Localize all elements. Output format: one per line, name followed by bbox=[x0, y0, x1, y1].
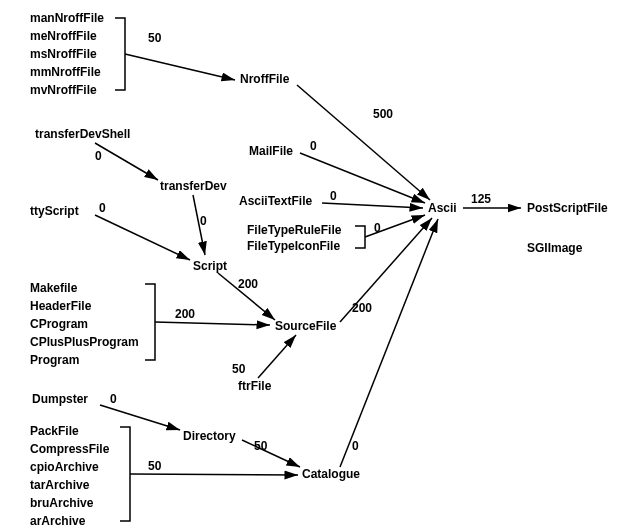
node-transferDevShell: transferDevShell bbox=[35, 127, 130, 141]
node-CProgram: CProgram bbox=[30, 317, 88, 331]
weight-ftrFile-SourceFile: 50 bbox=[232, 362, 246, 376]
node-CPlusPlusProgram: CPlusPlusProgram bbox=[30, 335, 139, 349]
edge-archiveGroup-Catalogue bbox=[130, 474, 298, 475]
node-manNroffFile: manNroffFile bbox=[30, 11, 104, 25]
edge-nroffGroup-NroffFile bbox=[125, 54, 235, 80]
weight-MailFile-Ascii: 0 bbox=[310, 139, 317, 153]
bracket-nroff bbox=[115, 18, 125, 90]
edge-NroffFile-Ascii bbox=[297, 85, 430, 200]
weight-Catalogue-Ascii: 0 bbox=[352, 439, 359, 453]
node-SourceFile: SourceFile bbox=[275, 319, 337, 333]
edge-transferDevShell-transferDev bbox=[95, 143, 158, 180]
weight-transferDev-Script: 0 bbox=[200, 214, 207, 228]
edge-ttyScript-Script bbox=[95, 215, 190, 260]
node-FileTypeIconFile: FileTypeIconFile bbox=[247, 239, 340, 253]
node-Makefile: Makefile bbox=[30, 281, 78, 295]
node-cpioArchive: cpioArchive bbox=[30, 460, 99, 474]
node-CompressFile: CompressFile bbox=[30, 442, 110, 456]
weight-NroffFile-Ascii: 500 bbox=[373, 107, 393, 121]
edge-Directory-Catalogue bbox=[242, 440, 300, 467]
bracket-archive bbox=[120, 427, 130, 521]
node-transferDev: transferDev bbox=[160, 179, 227, 193]
edge-Dumpster-Directory bbox=[100, 405, 180, 430]
node-mvNroffFile: mvNroffFile bbox=[30, 83, 97, 97]
node-ttyScript: ttyScript bbox=[30, 204, 79, 218]
weight-transferDevShell-transferDev: 0 bbox=[95, 149, 102, 163]
node-PackFile: PackFile bbox=[30, 424, 79, 438]
bracket-program bbox=[145, 284, 155, 360]
weight-Directory-Catalogue: 50 bbox=[254, 439, 268, 453]
diagram-canvas: manNroffFile meNroffFile msNroffFile mmN… bbox=[0, 0, 618, 530]
node-HeaderFile: HeaderFile bbox=[30, 299, 92, 313]
weight-Ascii-PostScriptFile: 125 bbox=[471, 192, 491, 206]
edge-progGroup-SourceFile bbox=[155, 322, 270, 325]
node-Dumpster: Dumpster bbox=[32, 392, 88, 406]
weight-FileTypeGroup-Ascii: 0 bbox=[374, 221, 381, 235]
node-FileTypeRuleFile: FileTypeRuleFile bbox=[247, 223, 342, 237]
edge-ftrFile-SourceFile bbox=[258, 335, 296, 378]
node-meNroffFile: meNroffFile bbox=[30, 29, 97, 43]
node-Script: Script bbox=[193, 259, 227, 273]
weight-nroffGroup-NroffFile: 50 bbox=[148, 31, 162, 45]
node-bruArchive: bruArchive bbox=[30, 496, 94, 510]
node-Ascii: Ascii bbox=[428, 201, 457, 215]
edge-Catalogue-Ascii bbox=[340, 219, 438, 467]
weight-SourceFile-Ascii: 200 bbox=[352, 301, 372, 315]
node-Directory: Directory bbox=[183, 429, 236, 443]
edge-MailFile-Ascii bbox=[300, 153, 425, 203]
node-NroffFile: NroffFile bbox=[240, 72, 290, 86]
node-PostScriptFile: PostScriptFile bbox=[527, 201, 608, 215]
node-MailFile: MailFile bbox=[249, 144, 293, 158]
bracket-filetype bbox=[355, 226, 365, 248]
weight-Dumpster-Directory: 0 bbox=[110, 392, 117, 406]
node-msNroffFile: msNroffFile bbox=[30, 47, 97, 61]
node-mmNroffFile: mmNroffFile bbox=[30, 65, 101, 79]
weight-AsciiTextFile-Ascii: 0 bbox=[330, 189, 337, 203]
node-SGIImage: SGIImage bbox=[527, 241, 583, 255]
node-Catalogue: Catalogue bbox=[302, 467, 360, 481]
weight-archiveGroup-Catalogue: 50 bbox=[148, 459, 162, 473]
edge-AsciiTextFile-Ascii bbox=[322, 203, 423, 208]
node-tarArchive: tarArchive bbox=[30, 478, 90, 492]
node-Program: Program bbox=[30, 353, 79, 367]
weight-ttyScript-Script: 0 bbox=[99, 201, 106, 215]
weight-Script-SourceFile: 200 bbox=[238, 277, 258, 291]
weight-progGroup-SourceFile: 200 bbox=[175, 307, 195, 321]
node-AsciiTextFile: AsciiTextFile bbox=[239, 194, 312, 208]
node-arArchive: arArchive bbox=[30, 514, 86, 528]
node-ftrFile: ftrFile bbox=[238, 379, 272, 393]
